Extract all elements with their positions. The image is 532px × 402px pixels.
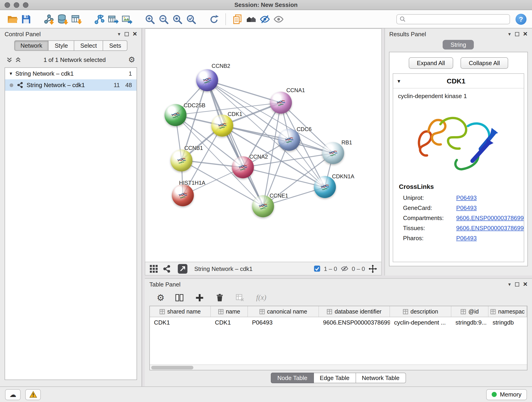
float-panel-icon[interactable] bbox=[124, 32, 128, 36]
gene-entry-header[interactable]: ▾ CDK1 bbox=[393, 74, 524, 89]
grid-view-icon[interactable] bbox=[149, 264, 158, 273]
table-tabs: Node Table Edge Table Network Table bbox=[145, 370, 532, 386]
network-node-ccnb2[interactable] bbox=[196, 70, 218, 91]
zoom-fit-button[interactable] bbox=[171, 12, 184, 26]
home-button[interactable] bbox=[244, 12, 258, 26]
close-window-button[interactable] bbox=[5, 2, 10, 7]
close-panel-icon[interactable]: × bbox=[523, 30, 527, 38]
help-button[interactable]: ? bbox=[515, 13, 526, 25]
collection-caret-icon[interactable]: ▾ bbox=[10, 70, 12, 77]
tab-edge-table[interactable]: Edge Table bbox=[314, 373, 356, 383]
table-row[interactable]: CDK1 CDK1 P06493 9606.ENSP00000378699 cy… bbox=[150, 317, 527, 328]
export-image-button[interactable] bbox=[120, 12, 134, 26]
import-table-icon bbox=[71, 13, 82, 25]
save-session-button[interactable] bbox=[19, 12, 33, 26]
hide-selected-button[interactable] bbox=[258, 12, 272, 26]
show-columns-button[interactable] bbox=[174, 292, 185, 303]
add-column-button[interactable] bbox=[194, 292, 205, 303]
column-header-shared-name[interactable]: shared name bbox=[150, 306, 211, 317]
column-header-name[interactable]: name bbox=[211, 306, 248, 317]
delete-column-button[interactable] bbox=[214, 292, 225, 303]
import-network-file-button[interactable] bbox=[42, 12, 56, 26]
horizontal-scrollbar[interactable] bbox=[150, 364, 527, 370]
open-session-button[interactable] bbox=[6, 12, 19, 26]
network-row[interactable]: String Network – cdk1 11 48 bbox=[5, 79, 137, 91]
export-table-button[interactable] bbox=[106, 12, 120, 26]
expand-all-icon[interactable] bbox=[15, 57, 21, 63]
close-panel-icon[interactable]: × bbox=[133, 30, 137, 38]
network-selection-bar: 1 of 1 Network selected ⚙ bbox=[0, 54, 142, 65]
search-input[interactable] bbox=[407, 16, 507, 22]
float-panel-icon[interactable] bbox=[515, 32, 519, 36]
network-node-ccna1[interactable] bbox=[270, 92, 292, 114]
tab-sets[interactable]: Sets bbox=[103, 40, 128, 51]
column-type-icon bbox=[218, 309, 224, 314]
scrollbar-thumb[interactable] bbox=[151, 366, 193, 370]
function-builder-button[interactable]: f(x) bbox=[254, 293, 266, 302]
tab-network[interactable]: Network bbox=[14, 40, 49, 51]
zoom-in-button[interactable] bbox=[143, 12, 157, 26]
column-header-namespace[interactable]: namespac bbox=[488, 306, 527, 317]
import-table-button[interactable] bbox=[70, 12, 83, 26]
pan-crosshair-icon[interactable] bbox=[368, 264, 377, 273]
crosslink-link[interactable]: 9606.ENSP00000378699 bbox=[456, 215, 524, 221]
selected-checkbox-icon[interactable] bbox=[313, 265, 321, 272]
network-canvas[interactable]: CCNB2CCNA1CDC25BCDK1CDC6RB1CCNB1CCNA2CDK… bbox=[145, 28, 381, 262]
crosslink-link[interactable]: P06493 bbox=[456, 235, 477, 242]
zoom-out-button[interactable] bbox=[157, 12, 171, 26]
panel-menu-icon[interactable]: ▾ bbox=[508, 281, 511, 287]
network-node-cdc25b[interactable] bbox=[165, 104, 186, 126]
hidden-eye-slash-icon[interactable] bbox=[340, 264, 348, 273]
collapse-all-icon[interactable] bbox=[6, 57, 12, 63]
toolbar-separator bbox=[225, 13, 226, 25]
network-options-gear-icon[interactable]: ⚙ bbox=[128, 56, 135, 64]
export-document-button[interactable] bbox=[230, 12, 244, 26]
refresh-layout-button[interactable] bbox=[207, 12, 221, 26]
crosslinks-heading: CrossLinks bbox=[393, 177, 524, 193]
warnings-button[interactable] bbox=[25, 389, 41, 400]
cloud-status-button[interactable]: ☁ bbox=[5, 389, 21, 400]
crosslink-link[interactable]: P06493 bbox=[456, 204, 477, 211]
panel-menu-icon[interactable]: ▾ bbox=[508, 31, 511, 37]
column-header-canonical-name[interactable]: canonical name bbox=[248, 306, 319, 317]
column-header-description[interactable]: description bbox=[390, 306, 451, 317]
network-node-hist1h1a[interactable] bbox=[172, 184, 194, 206]
network-node-ccnb1[interactable] bbox=[171, 149, 192, 171]
close-panel-icon[interactable]: × bbox=[523, 281, 527, 288]
results-panel: Results Panel ▾ × String Expand All Coll… bbox=[384, 28, 532, 275]
float-panel-icon[interactable] bbox=[515, 282, 519, 286]
minimize-window-button[interactable] bbox=[14, 2, 19, 7]
memory-status-dot-icon bbox=[492, 392, 497, 397]
network-tools-button[interactable] bbox=[93, 12, 106, 26]
expand-all-button[interactable]: Expand All bbox=[409, 57, 453, 69]
delete-table-button[interactable] bbox=[234, 292, 245, 303]
crosslink-label: GeneCard: bbox=[403, 204, 456, 211]
tab-node-table[interactable]: Node Table bbox=[271, 373, 314, 383]
maximize-window-button[interactable] bbox=[23, 2, 28, 7]
tab-style[interactable]: Style bbox=[49, 40, 75, 51]
collapse-all-button[interactable]: Collapse All bbox=[461, 57, 508, 69]
collapse-entry-icon[interactable]: ▾ bbox=[398, 78, 400, 84]
column-header-database-identifier[interactable]: database identifier bbox=[319, 306, 390, 317]
network-collection-row[interactable]: ▾ String Network – cdk1 1 bbox=[5, 68, 137, 79]
crosslink-link[interactable]: 9606.ENSP00000378699 bbox=[456, 225, 524, 231]
show-graphics-details-button[interactable] bbox=[272, 12, 285, 26]
control-panel-tabs: Network Style Select Sets bbox=[0, 39, 142, 54]
network-node-rb1[interactable] bbox=[322, 142, 344, 164]
panel-menu-icon[interactable]: ▾ bbox=[118, 31, 120, 37]
network-node-cdk1[interactable] bbox=[211, 115, 233, 137]
import-network-database-button[interactable] bbox=[56, 12, 70, 26]
column-header-id[interactable]: @id bbox=[451, 306, 488, 317]
tab-select[interactable]: Select bbox=[74, 40, 103, 51]
network-overview-icon[interactable] bbox=[162, 264, 171, 273]
tab-network-table[interactable]: Network Table bbox=[356, 373, 406, 383]
string-tab[interactable]: String bbox=[443, 40, 474, 50]
zoom-selected-button[interactable] bbox=[184, 12, 198, 26]
table-settings-gear-icon[interactable]: ⚙ bbox=[157, 293, 165, 302]
memory-button[interactable]: Memory bbox=[486, 389, 527, 400]
search-box[interactable] bbox=[396, 14, 510, 24]
status-bar: ☁ Memory bbox=[0, 386, 532, 402]
zoom-out-icon bbox=[158, 13, 169, 25]
detach-view-button[interactable] bbox=[178, 264, 187, 274]
crosslink-link[interactable]: P06493 bbox=[456, 194, 477, 201]
